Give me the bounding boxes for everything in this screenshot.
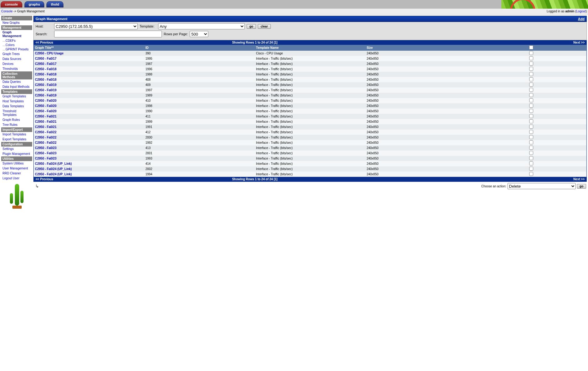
graph-title-link[interactable]: C2950 - Fa0/17	[35, 57, 57, 60]
tab-thold[interactable]: thold	[46, 1, 63, 7]
side-cdefs[interactable]: CDEFs	[1, 39, 32, 43]
tab-graphs[interactable]: graphs	[24, 1, 45, 7]
prev-link-top[interactable]: << Previous	[36, 41, 53, 44]
graph-title-link[interactable]: C2950 - Fa0/23	[35, 151, 57, 155]
select-all-checkbox[interactable]	[529, 45, 533, 49]
col-title[interactable]: Graph Title**	[34, 45, 144, 51]
col-template[interactable]: Template Name	[255, 45, 365, 51]
graph-title-link[interactable]: C2950 - Fa0/24 (UP_Link)	[35, 167, 72, 171]
cell-template: Interface - Traffic (bits/sec)	[255, 93, 365, 98]
row-checkbox[interactable]	[529, 161, 533, 165]
graph-title-link[interactable]: C2950 - CPU Usage	[35, 52, 63, 55]
go-button[interactable]: go	[247, 24, 256, 29]
side-logout-user[interactable]: Logout User	[1, 176, 32, 181]
side-new-graphs[interactable]: New Graphs	[1, 20, 32, 25]
row-checkbox[interactable]	[529, 172, 533, 176]
side-export-tpl[interactable]: Export Templates	[1, 137, 32, 142]
row-checkbox[interactable]	[529, 151, 533, 155]
side-data-tpl[interactable]: Data Templates	[1, 104, 32, 109]
side-thold-tpl[interactable]: Threshold Templates	[1, 109, 32, 117]
cell-template: Interface - Traffic (bits/sec)	[255, 77, 365, 82]
action-go-button[interactable]: go	[577, 184, 586, 189]
row-checkbox[interactable]	[529, 109, 533, 113]
host-select[interactable]: C2950 (172.16.55.5)	[54, 23, 138, 29]
row-checkbox[interactable]	[529, 67, 533, 71]
row-checkbox[interactable]	[529, 56, 533, 60]
row-checkbox[interactable]	[529, 104, 533, 108]
rows-per-page-select[interactable]: 500	[190, 31, 208, 37]
side-usermgmt[interactable]: User Management	[1, 166, 32, 171]
breadcrumb-root[interactable]: Console	[1, 10, 13, 13]
row-checkbox[interactable]	[529, 146, 533, 150]
row-checkbox[interactable]	[529, 114, 533, 118]
graph-title-link[interactable]: C2950 - Fa0/19	[35, 94, 57, 97]
row-checkbox[interactable]	[529, 130, 533, 134]
side-host-tpl[interactable]: Host Templates	[1, 99, 32, 104]
graph-title-link[interactable]: C2950 - Fa0/22	[35, 141, 57, 144]
side-graph-tpl[interactable]: Graph Templates	[1, 94, 32, 99]
template-select[interactable]: Any	[158, 23, 245, 29]
graph-title-link[interactable]: C2950 - Fa0/24 (UP_Link)	[35, 173, 72, 176]
next-link-top[interactable]: Next >>	[573, 41, 585, 44]
graph-title-link[interactable]: C2950 - Fa0/22	[35, 136, 57, 139]
cell-id: 411	[144, 114, 255, 119]
search-input[interactable]	[54, 31, 162, 37]
row-checkbox[interactable]	[529, 125, 533, 129]
graph-title-link[interactable]: C2950 - Fa0/20	[35, 104, 57, 108]
graph-title-link[interactable]: C2950 - Fa0/18	[35, 78, 57, 81]
graph-title-link[interactable]: C2950 - Fa0/21	[35, 115, 57, 118]
row-checkbox[interactable]	[529, 62, 533, 66]
col-size[interactable]: Size	[365, 45, 476, 51]
graph-title-link[interactable]: C2950 - Fa0/23	[35, 157, 57, 160]
side-devices[interactable]: Devices	[1, 62, 32, 66]
side-sysutil[interactable]: System Utilities	[1, 161, 32, 166]
graph-title-link[interactable]: C2950 - Fa0/19	[35, 83, 57, 87]
row-checkbox[interactable]	[529, 83, 533, 87]
prev-link-bottom[interactable]: << Previous	[36, 177, 53, 181]
row-checkbox[interactable]	[529, 135, 533, 139]
side-data-input[interactable]: Data Input Methods	[1, 84, 32, 89]
next-link-bottom[interactable]: Next >>	[573, 177, 585, 181]
action-select[interactable]: Delete	[508, 183, 576, 189]
graph-title-link[interactable]: C2950 - Fa0/22	[35, 130, 57, 134]
row-checkbox[interactable]	[529, 93, 533, 97]
row-checkbox[interactable]	[529, 77, 533, 81]
side-graph-trees[interactable]: Graph Trees	[1, 52, 32, 57]
side-import-tpl[interactable]: Import Templates	[1, 132, 32, 137]
graph-title-link[interactable]: C2950 - Fa0/20	[35, 99, 57, 102]
graph-title-link[interactable]: C2950 - Fa0/18	[35, 67, 57, 71]
side-colors[interactable]: Colors	[1, 43, 32, 47]
table-row: C2950 - Fa0/201990Interface - Traffic (b…	[34, 109, 587, 114]
tab-console[interactable]: console	[1, 1, 22, 7]
side-rrdcleaner[interactable]: RRD Cleaner	[1, 171, 32, 176]
row-checkbox[interactable]	[529, 72, 533, 76]
col-id[interactable]: ID	[144, 45, 255, 51]
side-plugin-mgmt[interactable]: Plugin Management	[1, 151, 32, 156]
graph-title-link[interactable]: C2950 - Fa0/20	[35, 109, 57, 113]
graph-title-link[interactable]: C2950 - Fa0/18	[35, 73, 57, 76]
side-data-queries[interactable]: Data Queries	[1, 79, 32, 84]
graph-title-link[interactable]: C2950 - Fa0/23	[35, 146, 57, 150]
graph-title-link[interactable]: C2950 - Fa0/24 (UP_Link)	[35, 162, 72, 165]
graph-title-link[interactable]: C2950 - Fa0/21	[35, 125, 57, 129]
side-thresholds[interactable]: Thresholds	[1, 66, 32, 71]
side-gprint[interactable]: GPRINT Presets	[1, 47, 32, 52]
side-graph-rules[interactable]: Graph Rules	[1, 117, 32, 122]
side-settings[interactable]: Settings	[1, 147, 32, 151]
row-checkbox[interactable]	[529, 140, 533, 144]
side-data-sources[interactable]: Data Sources	[1, 57, 32, 62]
side-graph-management[interactable]: Graph Management	[1, 30, 32, 39]
graph-title-link[interactable]: C2950 - Fa0/17	[35, 62, 57, 66]
row-checkbox[interactable]	[529, 119, 533, 123]
row-checkbox[interactable]	[529, 98, 533, 102]
clear-button[interactable]: clear	[258, 24, 270, 29]
row-checkbox[interactable]	[529, 88, 533, 92]
row-checkbox[interactable]	[529, 156, 533, 160]
graph-title-link[interactable]: C2950 - Fa0/19	[35, 88, 57, 92]
graph-title-link[interactable]: C2950 - Fa0/21	[35, 120, 57, 123]
row-checkbox[interactable]	[529, 51, 533, 55]
row-checkbox[interactable]	[529, 167, 533, 171]
side-tree-rules[interactable]: Tree Rules	[1, 122, 32, 127]
logout-link[interactable]: Logout	[576, 10, 586, 13]
add-link[interactable]: Add	[578, 17, 585, 21]
